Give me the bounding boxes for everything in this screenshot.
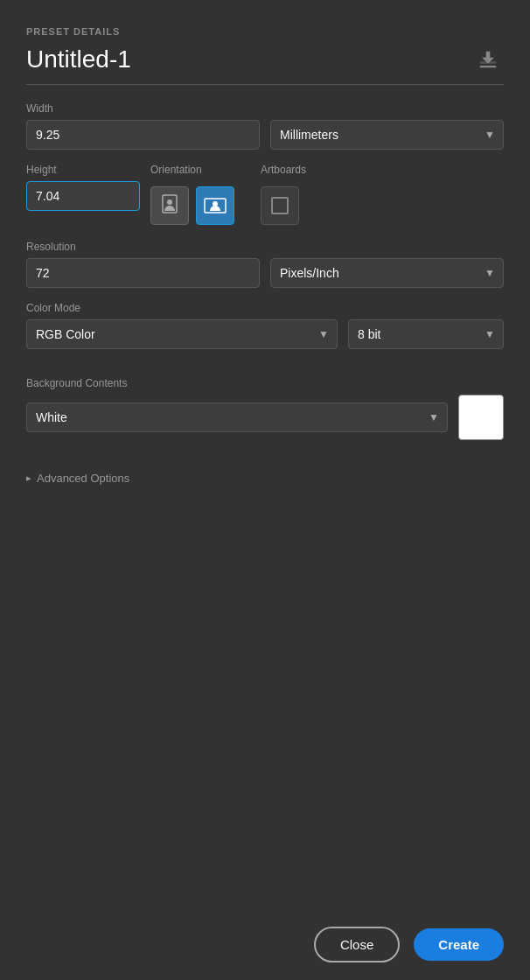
color-mode-section: Color Mode Bitmap Grayscale RGB Color CM…: [26, 302, 504, 363]
footer: Close Create: [0, 909, 530, 980]
artboard-checkbox-inner: [271, 197, 289, 214]
background-label: Background Contents: [26, 377, 504, 389]
resolution-unit-select[interactable]: Pixels/Inch Pixels/Centimeter: [270, 258, 504, 288]
preset-details-label: PRESET DETAILS: [26, 26, 504, 37]
svg-rect-0: [480, 66, 497, 67]
resolution-input[interactable]: [26, 258, 260, 288]
width-unit-group: Pixels Inches Centimeters Millimeters Po…: [270, 120, 504, 150]
width-label: Width: [26, 102, 260, 115]
advanced-options-label: Advanced Options: [37, 472, 129, 485]
portrait-button[interactable]: [150, 186, 189, 225]
width-input[interactable]: [26, 120, 260, 150]
width-group: Width: [26, 102, 260, 150]
chevron-right-icon: ▸: [26, 472, 31, 484]
bit-depth-select[interactable]: 8 bit 16 bit 32 bit: [348, 319, 504, 349]
color-mode-row: Bitmap Grayscale RGB Color CMYK Color La…: [26, 319, 504, 349]
artboard-label: Artboards: [261, 164, 306, 176]
resolution-label: Resolution: [26, 241, 260, 253]
color-swatch[interactable]: [458, 395, 504, 440]
svg-rect-1: [480, 61, 497, 63]
bg-contents-row: White Black Background Color Transparent…: [26, 395, 504, 440]
artboard-checkbox[interactable]: [261, 186, 299, 225]
title-divider: [26, 84, 504, 85]
create-button[interactable]: Create: [414, 928, 504, 961]
advanced-options-toggle[interactable]: ▸ Advanced Options: [26, 468, 504, 488]
height-group: Height: [26, 164, 140, 211]
save-icon[interactable]: [472, 44, 504, 75]
orientation-group: Orientation: [150, 164, 234, 225]
bg-contents-select-wrapper: White Black Background Color Transparent…: [26, 402, 448, 432]
width-row: Width Pixels Inches Centimeters Millimet…: [26, 102, 504, 150]
resolution-group: Resolution: [26, 241, 260, 288]
color-mode-label: Color Mode: [26, 302, 504, 314]
color-mode-select-wrapper: Bitmap Grayscale RGB Color CMYK Color La…: [26, 319, 338, 349]
orientation-buttons: [150, 186, 234, 225]
page-title: Untitled-1: [26, 46, 131, 74]
height-label: Height: [26, 164, 140, 176]
artboard-group: Artboards: [261, 164, 306, 225]
resolution-row: Resolution Pixels/Inch Pixels/Centimeter…: [26, 241, 504, 288]
bit-depth-select-wrapper: 8 bit 16 bit 32 bit ▼: [348, 319, 504, 349]
resolution-unit-group: Pixels/Inch Pixels/Centimeter ▼: [270, 258, 504, 288]
background-section: Background Contents White Black Backgrou…: [26, 377, 504, 454]
bg-contents-select[interactable]: White Black Background Color Transparent…: [26, 402, 448, 432]
orient-artboard-group: Orientation: [150, 164, 306, 227]
height-orientation-row: Height Orientation: [26, 164, 504, 227]
width-unit-select[interactable]: Pixels Inches Centimeters Millimeters Po…: [270, 120, 504, 150]
orientation-label: Orientation: [150, 164, 234, 176]
svg-point-3: [167, 200, 172, 205]
color-mode-select[interactable]: Bitmap Grayscale RGB Color CMYK Color La…: [26, 319, 338, 349]
height-input[interactable]: [26, 181, 140, 211]
close-button[interactable]: Close: [314, 927, 400, 962]
landscape-button[interactable]: [196, 186, 234, 225]
